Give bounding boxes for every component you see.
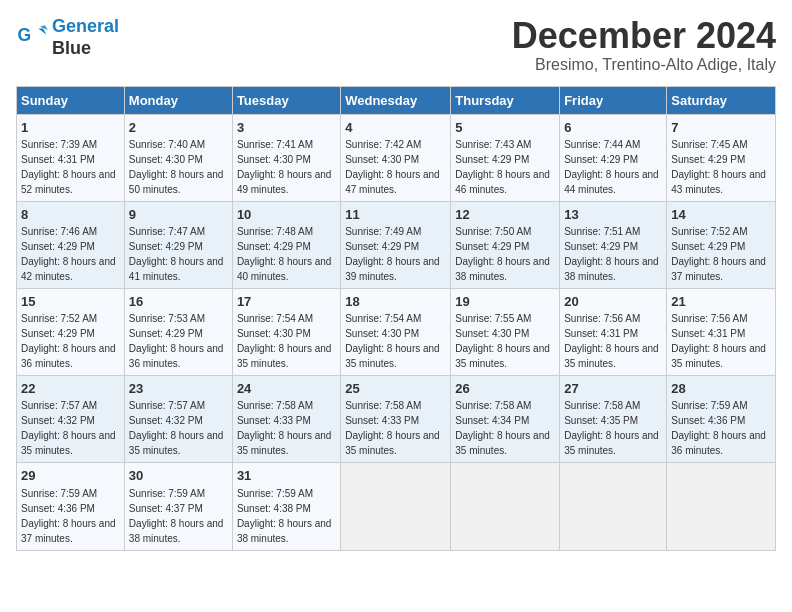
day-number: 24 (237, 380, 336, 398)
calendar-header-row: SundayMondayTuesdayWednesdayThursdayFrid… (17, 86, 776, 114)
calendar-week-4: 22Sunrise: 7:57 AMSunset: 4:32 PMDayligh… (17, 376, 776, 463)
calendar-cell: 12Sunrise: 7:50 AMSunset: 4:29 PMDayligh… (451, 201, 560, 288)
day-number: 21 (671, 293, 771, 311)
logo-line2: Blue (52, 38, 119, 60)
calendar-cell: 25Sunrise: 7:58 AMSunset: 4:33 PMDayligh… (341, 376, 451, 463)
daylight-info: Daylight: 8 hours and 35 minutes. (129, 430, 224, 456)
daylight-info: Daylight: 8 hours and 35 minutes. (455, 343, 550, 369)
sunset-info: Sunset: 4:33 PM (237, 415, 311, 426)
calendar-cell: 27Sunrise: 7:58 AMSunset: 4:35 PMDayligh… (560, 376, 667, 463)
calendar-cell: 2Sunrise: 7:40 AMSunset: 4:30 PMDaylight… (124, 114, 232, 201)
sunset-info: Sunset: 4:31 PM (671, 328, 745, 339)
calendar-cell: 24Sunrise: 7:58 AMSunset: 4:33 PMDayligh… (232, 376, 340, 463)
calendar-cell: 21Sunrise: 7:56 AMSunset: 4:31 PMDayligh… (667, 288, 776, 375)
day-number: 27 (564, 380, 662, 398)
daylight-info: Daylight: 8 hours and 52 minutes. (21, 169, 116, 195)
day-number: 6 (564, 119, 662, 137)
sunrise-info: Sunrise: 7:45 AM (671, 139, 747, 150)
sunrise-info: Sunrise: 7:55 AM (455, 313, 531, 324)
daylight-info: Daylight: 8 hours and 35 minutes. (345, 343, 440, 369)
day-number: 4 (345, 119, 446, 137)
sunset-info: Sunset: 4:31 PM (21, 154, 95, 165)
calendar-week-1: 1Sunrise: 7:39 AMSunset: 4:31 PMDaylight… (17, 114, 776, 201)
calendar-cell (451, 463, 560, 550)
day-number: 20 (564, 293, 662, 311)
day-number: 8 (21, 206, 120, 224)
daylight-info: Daylight: 8 hours and 36 minutes. (671, 430, 766, 456)
calendar-cell: 10Sunrise: 7:48 AMSunset: 4:29 PMDayligh… (232, 201, 340, 288)
daylight-info: Daylight: 8 hours and 49 minutes. (237, 169, 332, 195)
sunset-info: Sunset: 4:31 PM (564, 328, 638, 339)
sunrise-info: Sunrise: 7:52 AM (21, 313, 97, 324)
day-header-sunday: Sunday (17, 86, 125, 114)
sunset-info: Sunset: 4:32 PM (21, 415, 95, 426)
sunset-info: Sunset: 4:38 PM (237, 503, 311, 514)
day-number: 15 (21, 293, 120, 311)
calendar-cell (341, 463, 451, 550)
title-block: December 2024 Bresimo, Trentino-Alto Adi… (512, 16, 776, 74)
daylight-info: Daylight: 8 hours and 35 minutes. (564, 430, 659, 456)
sunset-info: Sunset: 4:29 PM (129, 241, 203, 252)
sunrise-info: Sunrise: 7:57 AM (21, 400, 97, 411)
sunrise-info: Sunrise: 7:43 AM (455, 139, 531, 150)
daylight-info: Daylight: 8 hours and 47 minutes. (345, 169, 440, 195)
day-number: 9 (129, 206, 228, 224)
sunrise-info: Sunrise: 7:40 AM (129, 139, 205, 150)
sunrise-info: Sunrise: 7:42 AM (345, 139, 421, 150)
day-header-thursday: Thursday (451, 86, 560, 114)
sunset-info: Sunset: 4:30 PM (237, 328, 311, 339)
calendar-cell: 31Sunrise: 7:59 AMSunset: 4:38 PMDayligh… (232, 463, 340, 550)
daylight-info: Daylight: 8 hours and 35 minutes. (345, 430, 440, 456)
sunset-info: Sunset: 4:29 PM (455, 241, 529, 252)
daylight-info: Daylight: 8 hours and 35 minutes. (564, 343, 659, 369)
calendar-cell: 18Sunrise: 7:54 AMSunset: 4:30 PMDayligh… (341, 288, 451, 375)
sunset-info: Sunset: 4:29 PM (21, 328, 95, 339)
day-number: 3 (237, 119, 336, 137)
daylight-info: Daylight: 8 hours and 35 minutes. (671, 343, 766, 369)
sunset-info: Sunset: 4:30 PM (237, 154, 311, 165)
sunset-info: Sunset: 4:29 PM (671, 241, 745, 252)
sunrise-info: Sunrise: 7:54 AM (345, 313, 421, 324)
day-number: 29 (21, 467, 120, 485)
day-number: 10 (237, 206, 336, 224)
calendar-cell: 13Sunrise: 7:51 AMSunset: 4:29 PMDayligh… (560, 201, 667, 288)
sunset-info: Sunset: 4:30 PM (345, 328, 419, 339)
daylight-info: Daylight: 8 hours and 36 minutes. (21, 343, 116, 369)
sunrise-info: Sunrise: 7:39 AM (21, 139, 97, 150)
daylight-info: Daylight: 8 hours and 35 minutes. (237, 343, 332, 369)
sunset-info: Sunset: 4:33 PM (345, 415, 419, 426)
sunset-info: Sunset: 4:29 PM (455, 154, 529, 165)
daylight-info: Daylight: 8 hours and 50 minutes. (129, 169, 224, 195)
svg-text:G: G (18, 25, 32, 45)
calendar-table: SundayMondayTuesdayWednesdayThursdayFrid… (16, 86, 776, 551)
day-header-monday: Monday (124, 86, 232, 114)
calendar-cell: 19Sunrise: 7:55 AMSunset: 4:30 PMDayligh… (451, 288, 560, 375)
day-number: 16 (129, 293, 228, 311)
daylight-info: Daylight: 8 hours and 37 minutes. (671, 256, 766, 282)
daylight-info: Daylight: 8 hours and 42 minutes. (21, 256, 116, 282)
logo-line1: General (52, 16, 119, 36)
calendar-cell: 29Sunrise: 7:59 AMSunset: 4:36 PMDayligh… (17, 463, 125, 550)
calendar-cell: 11Sunrise: 7:49 AMSunset: 4:29 PMDayligh… (341, 201, 451, 288)
calendar-cell: 23Sunrise: 7:57 AMSunset: 4:32 PMDayligh… (124, 376, 232, 463)
sunrise-info: Sunrise: 7:50 AM (455, 226, 531, 237)
day-number: 12 (455, 206, 555, 224)
calendar-cell: 26Sunrise: 7:58 AMSunset: 4:34 PMDayligh… (451, 376, 560, 463)
day-number: 26 (455, 380, 555, 398)
day-number: 19 (455, 293, 555, 311)
day-number: 28 (671, 380, 771, 398)
sunrise-info: Sunrise: 7:58 AM (564, 400, 640, 411)
calendar-cell: 8Sunrise: 7:46 AMSunset: 4:29 PMDaylight… (17, 201, 125, 288)
calendar-cell: 5Sunrise: 7:43 AMSunset: 4:29 PMDaylight… (451, 114, 560, 201)
daylight-info: Daylight: 8 hours and 46 minutes. (455, 169, 550, 195)
location-title: Bresimo, Trentino-Alto Adige, Italy (512, 56, 776, 74)
daylight-info: Daylight: 8 hours and 40 minutes. (237, 256, 332, 282)
sunrise-info: Sunrise: 7:59 AM (671, 400, 747, 411)
month-title: December 2024 (512, 16, 776, 56)
day-header-friday: Friday (560, 86, 667, 114)
daylight-info: Daylight: 8 hours and 39 minutes. (345, 256, 440, 282)
sunrise-info: Sunrise: 7:58 AM (345, 400, 421, 411)
sunset-info: Sunset: 4:29 PM (129, 328, 203, 339)
calendar-cell: 30Sunrise: 7:59 AMSunset: 4:37 PMDayligh… (124, 463, 232, 550)
sunrise-info: Sunrise: 7:58 AM (455, 400, 531, 411)
